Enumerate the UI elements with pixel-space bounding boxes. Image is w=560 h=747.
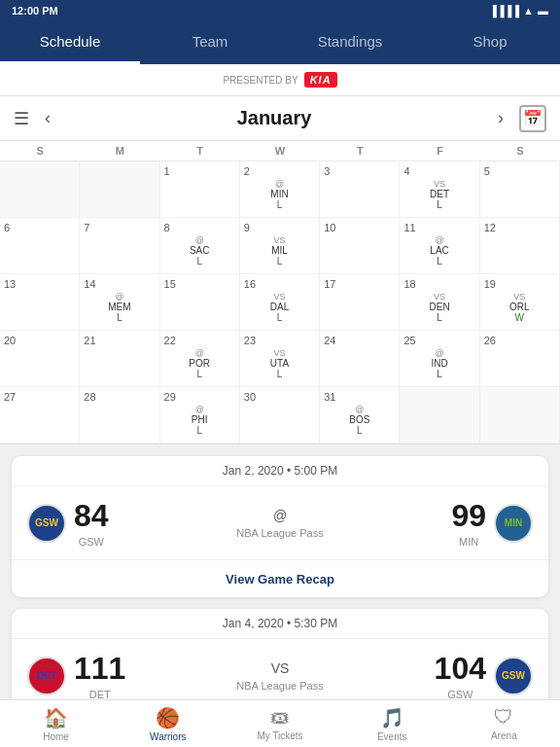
prev-month-button[interactable]: ‹ bbox=[37, 104, 58, 132]
cal-cell: 27 bbox=[0, 387, 80, 444]
cal-date-num: 17 bbox=[324, 278, 395, 290]
main-content: PRESENTED BY KIA ☰ ‹ January › 📅 S M T W… bbox=[0, 64, 560, 699]
home-team-score: 111 bbox=[74, 651, 125, 687]
bottom-tab-bar: 🏠 Home 🏀 Warriors 🎟 My Tickets 🎵 Events … bbox=[0, 699, 560, 747]
bottom-tab-tickets[interactable]: 🎟 My Tickets bbox=[224, 700, 335, 747]
tab-standings[interactable]: Standings bbox=[280, 21, 420, 64]
cal-game: VSDENL bbox=[403, 292, 474, 323]
game-location: VS bbox=[244, 292, 315, 302]
game-opponent: IND bbox=[403, 358, 474, 369]
cal-cell[interactable]: 14@MEML bbox=[80, 274, 159, 331]
game-result: L bbox=[324, 425, 395, 436]
hamburger-icon[interactable]: ☰ bbox=[14, 108, 29, 129]
view-recap-button[interactable]: View Game Recap bbox=[226, 572, 334, 587]
away-team: MIN 99 MIN bbox=[451, 498, 533, 548]
away-team-logo: MIN bbox=[494, 504, 533, 543]
tab-schedule[interactable]: Schedule bbox=[0, 21, 140, 64]
bottom-tab-warriors-label: Warriors bbox=[150, 731, 186, 742]
home-team-abbr: DET bbox=[89, 689, 111, 699]
home-team-score: 84 bbox=[74, 498, 109, 534]
battery-icon: ▬ bbox=[538, 5, 548, 17]
home-team: DET 111 DET bbox=[27, 651, 125, 699]
cal-cell[interactable]: 18VSDENL bbox=[400, 274, 479, 331]
bottom-tab-warriors[interactable]: 🏀 Warriors bbox=[112, 700, 224, 747]
game-location: @ bbox=[403, 348, 474, 358]
bottom-tab-events[interactable]: 🎵 Events bbox=[336, 700, 448, 747]
bottom-tab-arena[interactable]: 🛡 Arena bbox=[448, 700, 560, 747]
cal-cell[interactable]: 9VSMILL bbox=[240, 218, 320, 274]
cal-date-num: 1 bbox=[164, 165, 235, 177]
day-label-fri: F bbox=[400, 141, 479, 160]
home-team: GSW 84 GSW bbox=[27, 498, 109, 548]
cal-cell[interactable]: 31@BOSL bbox=[320, 387, 400, 444]
cal-cell[interactable]: 8@SACL bbox=[160, 218, 240, 274]
bottom-tab-home[interactable]: 🏠 Home bbox=[0, 700, 112, 747]
away-score-group: 99 MIN bbox=[451, 498, 486, 548]
cal-date-num: 10 bbox=[324, 222, 395, 233]
cal-date-num: 21 bbox=[84, 335, 155, 346]
away-team-logo: GSW bbox=[494, 657, 533, 695]
cal-date-num: 28 bbox=[84, 391, 155, 403]
cal-cell[interactable]: 11@LACL bbox=[400, 218, 479, 274]
cal-game: @SACL bbox=[164, 235, 235, 267]
cal-cell: 20 bbox=[0, 331, 80, 387]
game-result: L bbox=[84, 312, 155, 323]
cal-cell[interactable]: 19VSORLW bbox=[480, 274, 560, 331]
game-location: @ bbox=[244, 179, 315, 189]
away-team-score: 104 bbox=[435, 651, 486, 687]
game-card-date: Jan 2, 2020 • 5:00 PM bbox=[12, 456, 548, 486]
arena-icon: 🛡 bbox=[494, 706, 513, 729]
cal-cell: 5 bbox=[480, 161, 560, 218]
cal-cell: 3 bbox=[320, 161, 400, 218]
game-opponent: DAL bbox=[244, 302, 315, 312]
next-month-button[interactable]: › bbox=[490, 104, 511, 132]
tab-team[interactable]: Team bbox=[140, 21, 280, 64]
cal-cell[interactable]: 4VSDETL bbox=[400, 161, 479, 218]
game-broadcast: NBA League Pass bbox=[236, 680, 323, 692]
tab-shop[interactable]: Shop bbox=[420, 21, 560, 64]
cal-date-num: 15 bbox=[164, 278, 235, 290]
game-location: VS bbox=[484, 292, 555, 302]
game-card: Jan 4, 2020 • 5:30 PM DET 111 DET VS NBA… bbox=[12, 609, 548, 699]
cal-date-num: 31 bbox=[324, 391, 395, 403]
cal-game: VSORLW bbox=[484, 292, 555, 323]
game-card-footer[interactable]: View Game Recap bbox=[12, 559, 548, 597]
bottom-tab-home-label: Home bbox=[43, 731, 69, 742]
cal-cell: 26 bbox=[480, 331, 560, 387]
presented-by-text: PRESENTED BY bbox=[223, 75, 298, 86]
away-team: GSW 104 GSW bbox=[435, 651, 533, 699]
cal-cell[interactable]: 22@PORL bbox=[160, 331, 240, 387]
day-label-wed: W bbox=[240, 141, 320, 160]
day-label-sun: S bbox=[0, 141, 80, 160]
cal-cell: 12 bbox=[480, 218, 560, 274]
home-score-group: 84 GSW bbox=[74, 498, 109, 548]
status-bar: 12:00 PM ▐▐▐▐ ▲ ▬ bbox=[0, 0, 560, 21]
calendar-grid: 12@MINL34VSDETL5678@SACL9VSMILL1011@LACL… bbox=[0, 161, 560, 444]
cal-cell[interactable]: 2@MINL bbox=[240, 161, 320, 218]
cal-date-num: 22 bbox=[164, 335, 235, 346]
cal-cell[interactable]: 29@PHIL bbox=[160, 387, 240, 444]
cal-cell[interactable]: 16VSDALL bbox=[240, 274, 320, 331]
game-card-date: Jan 4, 2020 • 5:30 PM bbox=[12, 609, 548, 639]
game-result: L bbox=[164, 425, 235, 436]
away-team-abbr: MIN bbox=[459, 536, 478, 548]
cal-date-num: 26 bbox=[484, 335, 555, 346]
calendar-controls: ☰ ‹ January › 📅 bbox=[0, 96, 560, 141]
cal-date-num: 12 bbox=[484, 222, 555, 233]
game-opponent: LAC bbox=[403, 245, 474, 256]
events-icon: 🎵 bbox=[380, 706, 404, 729]
calendar-grid-container: S M T W T F S 12@MINL34VSDETL5678@SACL9V… bbox=[0, 141, 560, 445]
game-result: L bbox=[403, 369, 474, 379]
home-score-group: 111 DET bbox=[74, 651, 125, 699]
wifi-icon: ▲ bbox=[523, 5, 534, 17]
cal-cell[interactable]: 23VSUTAL bbox=[240, 331, 320, 387]
game-broadcast: NBA League Pass bbox=[236, 527, 323, 539]
cal-cell: 17 bbox=[320, 274, 400, 331]
game-location: @ bbox=[324, 405, 395, 414]
cal-date-num: 16 bbox=[244, 278, 315, 290]
status-time: 12:00 PM bbox=[12, 5, 58, 17]
calendar-icon: 📅 bbox=[523, 109, 542, 127]
game-result: L bbox=[244, 369, 315, 379]
calendar-picker-button[interactable]: 📅 bbox=[519, 105, 546, 132]
cal-cell[interactable]: 25@INDL bbox=[400, 331, 479, 387]
